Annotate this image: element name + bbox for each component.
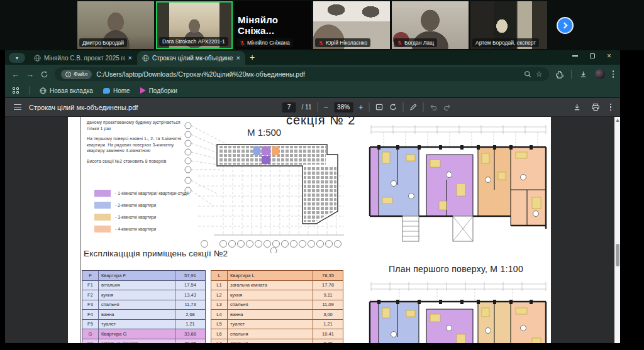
participant-tile[interactable]: Дмитро Бородай xyxy=(77,1,154,49)
table-cell: 11,73 xyxy=(175,300,205,310)
table-cell: вітальня xyxy=(99,282,175,288)
table-row: F3спальня11,73 xyxy=(82,300,205,310)
table-cell: G1 xyxy=(82,339,99,344)
table-cell: L xyxy=(211,271,228,280)
zoom-page-icon[interactable] xyxy=(524,70,531,78)
participant-tile[interactable]: Юрій Ніколаєнко xyxy=(313,1,390,49)
annotate-pen-icon[interactable] xyxy=(409,103,418,111)
table-row: L5туалет1,21 xyxy=(211,320,343,330)
legend-swatch xyxy=(94,202,111,209)
print-icon[interactable] xyxy=(591,103,600,111)
tab-strokach-pdf[interactable]: Строкач цілий мк-объединен × xyxy=(137,51,245,65)
table-cell: 17,78 xyxy=(313,281,343,290)
scroll-up-arrow-icon[interactable] xyxy=(616,119,619,122)
participant-name: Артем Бородай, експерт xyxy=(475,40,536,46)
participant-name: Богдан Лащ xyxy=(404,40,434,46)
bookmark-podborki[interactable]: Подборки xyxy=(140,87,177,94)
zoom-level[interactable]: 38% xyxy=(334,102,353,112)
apps-grid-icon[interactable] xyxy=(13,87,19,94)
maximize-button[interactable] xyxy=(590,53,595,58)
reload-button[interactable] xyxy=(40,70,48,79)
address-bar[interactable]: i Файл C:/Users/laptop/Downloads/Строкач… xyxy=(55,67,549,81)
legend-label: - 4-кімнатні квартири xyxy=(115,227,156,231)
back-button[interactable]: ← xyxy=(11,70,19,79)
screen: Дмитро Бородай Dara Strokach АРХ2201-1 М… xyxy=(0,0,644,350)
bookmark-new-tab[interactable]: Новая вкладка xyxy=(40,87,93,94)
table-row: L4ванна3,00 xyxy=(211,310,343,320)
table-cell: L2 xyxy=(211,290,228,300)
browser-menu-icon[interactable] xyxy=(613,70,614,78)
zoom-in-button[interactable]: + xyxy=(358,102,364,112)
table-cell: 13,43 xyxy=(175,290,205,300)
pdf-scrollbar[interactable] xyxy=(614,117,620,343)
divider xyxy=(369,102,370,112)
muted-mic-icon xyxy=(240,40,245,46)
participant-tile-active-speaker[interactable]: Dara Strokach АРХ2201-1 xyxy=(156,1,233,49)
forward-button[interactable]: → xyxy=(26,70,34,79)
page-number-input[interactable]: 7 xyxy=(282,102,296,112)
zoom-out-button[interactable]: − xyxy=(323,102,328,112)
rotate-icon[interactable] xyxy=(389,103,397,111)
extensions-icon[interactable] xyxy=(555,70,564,79)
fit-page-icon[interactable] xyxy=(375,103,384,111)
redo-icon[interactable] xyxy=(443,103,452,111)
pdf-menu-icon[interactable] xyxy=(14,104,21,111)
table-row: L3спальня11,09 xyxy=(211,300,343,310)
table-row: F1вітальня17,54 xyxy=(82,281,205,291)
table-cell: 11,09 xyxy=(313,300,343,310)
table-cell: спальня xyxy=(228,331,313,337)
legend-swatch xyxy=(94,226,111,232)
tab-close-icon[interactable]: × xyxy=(236,54,240,62)
participant-tile[interactable]: Артем Бородай, експерт xyxy=(470,1,547,49)
pdf-content-area[interactable]: даному проектованому будинку зустрічаєть… xyxy=(5,117,620,343)
bookmark-home[interactable]: Home xyxy=(103,87,130,94)
muted-mic-icon xyxy=(318,40,324,46)
legend-item: - 2-кімнатні квартири xyxy=(94,202,189,209)
table-row: F5туалет1,21 xyxy=(82,320,205,330)
minimize-button[interactable] xyxy=(572,55,578,57)
pdf-more-menu-icon[interactable] xyxy=(610,104,612,111)
divider xyxy=(29,86,30,95)
new-tab-button[interactable]: + xyxy=(245,50,259,64)
table-cell: F5 xyxy=(82,320,99,329)
apartment-f-table: FКвартира F57,91F1вітальня17,54F2кухня13… xyxy=(82,270,206,343)
bookmark-label: Подборки xyxy=(149,87,177,94)
undo-icon[interactable] xyxy=(430,103,438,111)
chevron-right-icon xyxy=(561,22,567,28)
tab-close-icon[interactable]: × xyxy=(128,54,132,62)
tab-search-button[interactable]: ▾ xyxy=(9,53,25,63)
table-cell: кухня xyxy=(228,292,313,298)
table-cell: туалет xyxy=(99,321,175,327)
table-cell: спальня xyxy=(99,302,175,307)
close-window-button[interactable]: × xyxy=(607,53,611,58)
profile-avatar[interactable] xyxy=(595,69,605,79)
tab-minyailo-project[interactable]: Міняйло С.В. проект 2025 гот × xyxy=(29,51,137,65)
table-cell: 17,54 xyxy=(175,281,205,290)
url-text: C:/Users/laptop/Downloads/Строкач%20ціли… xyxy=(96,70,519,78)
participant-name-label: Юрій Ніколаєнко xyxy=(315,38,370,47)
scrollbar-thumb[interactable] xyxy=(616,244,619,266)
participant-name: Дмитро Бородай xyxy=(82,40,124,46)
legend-item: - 3-кімнатні квартири xyxy=(94,214,189,221)
participant-tile[interactable]: Богдан Лащ xyxy=(392,1,469,49)
table-cell: 3,00 xyxy=(313,310,343,319)
downloads-icon[interactable] xyxy=(579,70,587,79)
table-row: F2кухня13,43 xyxy=(82,290,205,300)
browser-toolbar: ← → i Файл C:/Users/laptop/Downloads/Стр… xyxy=(5,65,620,84)
bookmark-label: Home xyxy=(113,87,130,94)
bookmark-star-icon[interactable]: ☆ xyxy=(536,70,543,79)
table-cell: 9,79 xyxy=(313,339,343,344)
table-cell: загальна кімната xyxy=(228,282,313,288)
table-cell: загальна кімната xyxy=(99,341,175,343)
design-notes: даному проектованому будинку зустрічаєть… xyxy=(87,119,182,168)
participant-name-label: Богдан Лащ xyxy=(394,38,437,47)
participant-display-name: Міняйло Сніжа... xyxy=(235,14,311,36)
next-participants-button[interactable] xyxy=(557,17,574,34)
table-cell: L6 xyxy=(211,329,228,339)
table-row: LКвартира L78,35 xyxy=(211,271,343,281)
participant-tile-camera-off[interactable]: Міняйло Сніжа... Міняйло Сніжана xyxy=(235,1,311,49)
globe-favicon-icon xyxy=(142,55,149,62)
participant-name: Міняйло Сніжана xyxy=(247,40,290,46)
pdf-toolbar-right xyxy=(573,103,612,111)
download-icon[interactable] xyxy=(573,103,581,111)
